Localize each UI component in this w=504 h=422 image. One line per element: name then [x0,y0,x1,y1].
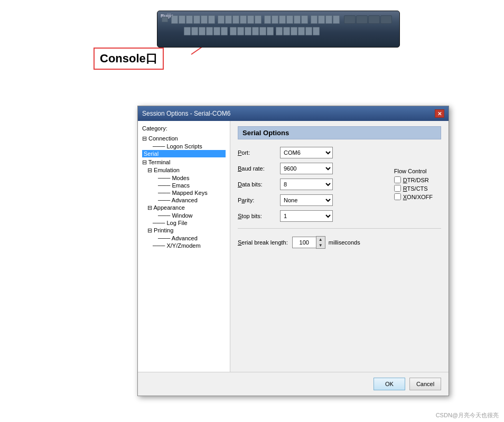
eth-port [221,27,228,35]
port-group-1 [171,15,215,24]
eth-port [294,15,301,24]
port-row: Port: COM6 COM1 COM2 COM3 COM4 COM5 [238,147,441,158]
ok-button[interactable]: OK [374,378,405,390]
sfp-port [356,15,368,24]
sfp-group [344,15,392,24]
session-options-dialog: Session Options - Serial-COM6 ✕ Category… [137,106,449,396]
options-content: Port: COM6 COM1 COM2 COM3 COM4 COM5 [238,147,441,249]
port-label: Port: [238,149,280,156]
eth-port [247,15,254,24]
eth-port [193,15,200,24]
tree-printing[interactable]: ⊟ Printing [142,227,226,235]
switch-diagram: Console口 Ruijie [94,5,410,69]
dialog-footer: OK Cancel [138,372,449,396]
port-group-2 [218,15,262,24]
eth-port [208,15,215,24]
eth-port [259,27,266,35]
break-length-row: Serial break length: ▲ ▼ milliseconds [238,236,441,249]
eth-port [240,15,247,24]
rts-cts-checkbox[interactable] [394,185,401,192]
eth-port [218,15,225,24]
tree-xyz-modem[interactable]: ─── X/Y/Zmodem [142,242,226,249]
port-group-bottom-1 [184,27,228,35]
eth-port [191,27,198,35]
eth-port [272,15,278,24]
eth-port [245,27,251,35]
parity-label: Parity: [238,197,280,203]
eth-port [325,15,332,24]
eth-port [237,27,244,35]
dialog-overlay: Session Options - Serial-COM6 ✕ Category… [137,106,454,401]
eth-port [264,15,271,24]
milliseconds-label: milliseconds [329,239,360,246]
dtr-dsr-label: DTR/DSR [403,177,429,183]
eth-port [291,27,297,35]
dialog-body: Category: ⊟ Connection ─── Logon Scripts… [138,121,449,372]
data-bits-label: Data bits: [238,181,280,187]
stop-bits-row: Stop bits: 1 1.5 2 [238,210,441,222]
eth-port [283,27,290,35]
stop-bits-label: Stop bits: [238,213,280,219]
spinner-up-button[interactable]: ▲ [316,237,325,242]
eth-port [206,27,213,35]
dtr-dsr-checkbox[interactable] [394,176,401,183]
tree-emacs[interactable]: ─── Emacs [142,182,226,189]
eth-port [333,15,340,24]
tree-mapped-keys[interactable]: ─── Mapped Keys [142,189,226,196]
tree-emulation[interactable]: ⊟ Emulation [142,166,226,174]
port-group-4 [311,15,340,24]
stop-bits-select[interactable]: 1 1.5 2 [280,210,333,222]
tree-logon-scripts[interactable]: ─── Logon Scripts [142,143,226,150]
close-button[interactable]: ✕ [435,109,444,118]
console-port [162,17,168,22]
tree-advanced-printing[interactable]: ─── Advanced [142,235,226,242]
eth-port [267,27,274,35]
switch-body: Ruijie [157,11,400,48]
baud-label: Baud rate: [238,165,280,172]
tree-connection[interactable]: ⊟ Connection [142,135,226,143]
spinner-down-button[interactable]: ▼ [316,242,325,248]
eth-port [232,15,239,24]
category-label: Category: [142,125,226,132]
sfp-port [368,15,380,24]
rts-cts-row: RTS/CTS [394,185,433,192]
top-area: Console口 Ruijie [0,0,504,106]
eth-port [184,27,191,35]
eth-port [179,15,185,24]
eth-port [225,15,232,24]
xon-xoff-label: XON/XOFF [403,194,433,200]
eth-port [276,27,283,35]
switch-chassis: Ruijie [136,11,400,55]
dtr-dsr-row: DTR/DSR [394,176,433,183]
eth-port [252,27,259,35]
tree-appearance[interactable]: ⊟ Appearance [142,204,226,212]
break-spinner: ▲ ▼ [292,236,325,249]
break-value-input[interactable] [292,237,316,248]
eth-port [255,15,262,24]
xon-xoff-checkbox[interactable] [394,193,401,200]
port-group-bottom-2 [230,27,274,35]
sfp-port [380,15,392,24]
tree-advanced-emulation[interactable]: ─── Advanced [142,196,226,204]
tree-modes[interactable]: ─── Modes [142,174,226,182]
parity-select[interactable]: None Odd Even Mark Space [280,194,333,206]
tree-log-file[interactable]: ─── Log File [142,219,226,227]
tree-terminal[interactable]: ⊟ Terminal [142,158,226,166]
data-bits-select[interactable]: 8 5 6 7 [280,179,333,190]
tree-serial[interactable]: Serial [142,150,226,157]
eth-port [171,15,178,24]
cancel-button[interactable]: Cancel [409,378,441,390]
flow-control-label: Flow Control [394,168,433,174]
switch-front-panel [162,15,395,24]
tree-window[interactable]: ─── Window [142,212,226,219]
options-panel: Serial Options Port: COM6 COM1 COM2 COM3… [230,121,449,372]
eth-port [199,27,206,35]
eth-port [186,15,193,24]
port-group-3 [264,15,308,24]
eth-port [298,27,305,35]
eth-port [318,15,325,24]
dialog-title: Session Options - Serial-COM6 [142,110,230,117]
baud-select[interactable]: 9600 1200 2400 4800 19200 38400 57600 11… [280,163,333,174]
eth-port [305,27,312,35]
port-select[interactable]: COM6 COM1 COM2 COM3 COM4 COM5 [280,147,333,158]
